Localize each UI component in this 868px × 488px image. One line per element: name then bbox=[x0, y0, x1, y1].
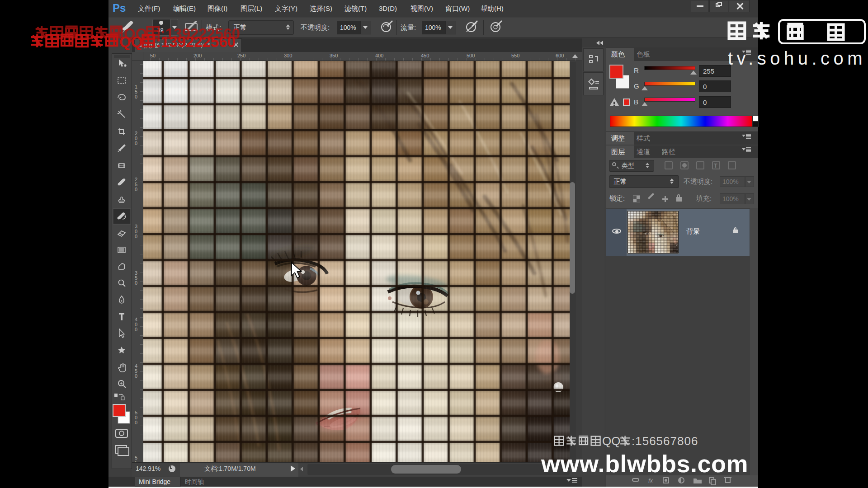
svg-text::139222560: :139222560 bbox=[156, 33, 236, 50]
svg-text:QQ: QQ bbox=[602, 434, 620, 448]
svg-text:www.blwbbs.com: www.blwbbs.com bbox=[541, 450, 748, 477]
svg-text::156567806: :156567806 bbox=[632, 434, 698, 448]
svg-text:tv.sohu.com: tv.sohu.com bbox=[728, 48, 866, 68]
svg-text:QQ: QQ bbox=[119, 33, 142, 50]
